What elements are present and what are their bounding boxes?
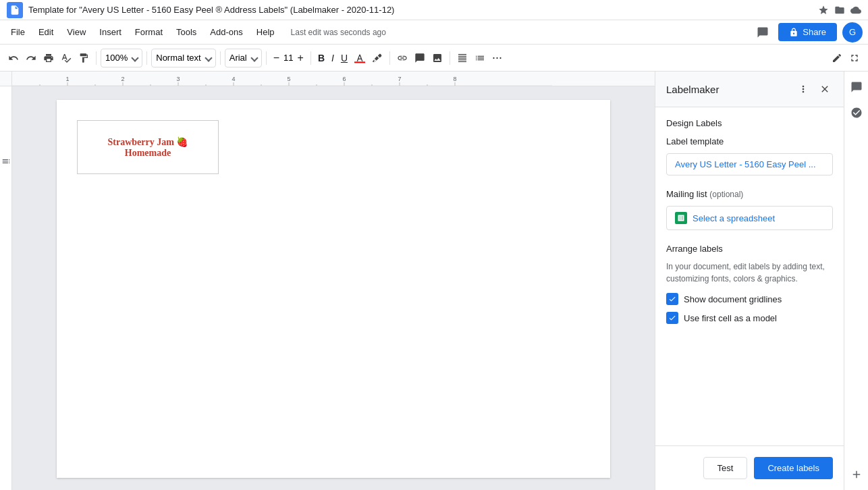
check-circle-icon xyxy=(850,107,863,119)
show-gridlines-checkbox[interactable] xyxy=(666,293,678,305)
comments-icon xyxy=(757,26,769,38)
design-labels-title: Design Labels xyxy=(666,118,833,128)
page: Strawberry Jam 🍓 Homemade xyxy=(57,100,610,478)
chat-icon xyxy=(850,81,863,93)
expand-button[interactable] xyxy=(846,49,863,67)
label-template-section: Label template Avery US Letter - 5160 Ea… xyxy=(666,136,833,175)
highlight-icon xyxy=(372,53,383,63)
print-icon xyxy=(43,53,54,63)
zoom-selector[interactable]: 100% xyxy=(101,49,142,67)
sep5 xyxy=(310,51,311,65)
font-size-value[interactable]: 11 xyxy=(283,53,293,63)
folder-icon[interactable] xyxy=(834,5,845,16)
undo-icon xyxy=(8,53,19,63)
text-style-value: Normal text xyxy=(156,53,200,63)
mailing-list-section: Mailing list (optional) Select a spreads… xyxy=(666,189,833,230)
font-chevron-icon xyxy=(250,54,258,61)
menu-help[interactable]: Help xyxy=(251,24,280,40)
select-spreadsheet-button[interactable]: Select a spreadsheet xyxy=(666,206,833,230)
image-button[interactable] xyxy=(429,49,445,67)
create-labels-button[interactable]: Create labels xyxy=(754,457,833,479)
paint-format-icon xyxy=(78,53,89,63)
sep7 xyxy=(450,51,450,65)
last-edit-text: Last edit was seconds ago xyxy=(291,28,386,37)
editing-icon xyxy=(832,53,842,63)
highlight-button[interactable] xyxy=(369,49,385,67)
more-button[interactable]: ··· xyxy=(489,49,505,67)
align-button[interactable] xyxy=(454,49,470,67)
label-cell-1[interactable]: Strawberry Jam 🍓 Homemade xyxy=(77,120,219,174)
spellcheck-icon xyxy=(61,53,72,63)
underline-button[interactable]: U xyxy=(338,49,350,67)
use-first-cell-checkbox[interactable] xyxy=(666,312,678,324)
main-layout: 1 2 3 4 5 6 7 8 xyxy=(0,72,868,490)
sep3 xyxy=(220,51,221,65)
panel-close-button[interactable] xyxy=(817,80,833,99)
paint-format-button[interactable] xyxy=(76,49,92,67)
label-text-line2: Homemade xyxy=(125,148,171,159)
lock-icon xyxy=(789,28,798,37)
menu-edit[interactable]: Edit xyxy=(33,24,59,40)
show-gridlines-label[interactable]: Show document gridlines xyxy=(684,294,782,304)
menu-addons[interactable]: Add-ons xyxy=(205,24,248,40)
share-button[interactable]: Share xyxy=(778,23,837,41)
link-icon xyxy=(397,53,408,63)
use-first-cell-label[interactable]: Use first cell as a model xyxy=(684,313,777,323)
bold-button[interactable]: B xyxy=(315,49,327,67)
left-sidebar-icon xyxy=(1,157,11,166)
menu-tools[interactable]: Tools xyxy=(171,24,202,40)
label-template-button[interactable]: Avery US Letter - 5160 Easy Peel ... xyxy=(666,153,833,175)
menu-format[interactable]: Format xyxy=(130,24,168,40)
panel-more-button[interactable] xyxy=(795,80,811,99)
expand-icon xyxy=(849,53,860,63)
show-gridlines-row: Show document gridlines xyxy=(666,293,833,305)
sep6 xyxy=(389,51,390,65)
link-button[interactable] xyxy=(394,49,410,67)
align-icon xyxy=(457,53,468,63)
test-button[interactable]: Test xyxy=(703,457,748,479)
add-icon xyxy=(850,468,863,481)
chat-button[interactable] xyxy=(846,77,867,97)
comments-button[interactable] xyxy=(753,22,773,43)
star-icon[interactable] xyxy=(818,5,829,16)
italic-button[interactable]: I xyxy=(329,49,337,67)
text-color-button[interactable] xyxy=(352,49,368,67)
close-icon xyxy=(819,84,830,94)
redo-button[interactable] xyxy=(23,49,39,67)
more-options-icon xyxy=(798,84,809,94)
document-area[interactable]: Strawberry Jam 🍓 Homemade xyxy=(12,86,655,490)
redo-icon xyxy=(26,53,36,63)
arrange-description: In your document, edit labels by adding … xyxy=(666,261,833,285)
list-button[interactable] xyxy=(472,49,488,67)
font-selector[interactable]: Arial xyxy=(225,49,262,67)
panel-header-actions xyxy=(795,80,833,99)
avatar[interactable]: G xyxy=(842,22,863,43)
editing-mode-button[interactable] xyxy=(829,49,845,67)
text-style-selector[interactable]: Normal text xyxy=(151,49,215,67)
mailing-list-title-text: Mailing list xyxy=(666,189,707,199)
undo-button[interactable] xyxy=(5,49,22,67)
font-size-decrease[interactable]: − xyxy=(271,49,282,67)
label-template-title: Label template xyxy=(666,136,833,146)
label-text-line1: Strawberry Jam 🍓 xyxy=(108,136,188,148)
menu-file[interactable]: File xyxy=(5,24,30,40)
svg-text:7: 7 xyxy=(398,76,401,82)
cloud-icon[interactable] xyxy=(850,5,861,16)
check-circle-button[interactable] xyxy=(846,103,867,123)
labelmaker-panel: Labelmaker Design Labels Label template … xyxy=(655,72,844,490)
mailing-optional-text: (optional) xyxy=(709,190,743,199)
labels-grid: Strawberry Jam 🍓 Homemade xyxy=(77,120,590,174)
comment-icon xyxy=(414,53,425,63)
menu-insert[interactable]: Insert xyxy=(94,24,127,40)
print-button[interactable] xyxy=(40,49,57,67)
add-button[interactable] xyxy=(846,464,867,485)
svg-rect-0 xyxy=(354,61,365,63)
spellcheck-button[interactable] xyxy=(58,49,74,67)
svg-text:3: 3 xyxy=(176,76,180,82)
design-labels-section: Design Labels xyxy=(666,118,833,128)
checkmark-icon xyxy=(668,295,676,303)
panel-footer: Test Create labels xyxy=(655,445,844,490)
font-size-increase[interactable]: + xyxy=(295,49,306,67)
menu-view[interactable]: View xyxy=(61,24,91,40)
comment-button[interactable] xyxy=(412,49,428,67)
